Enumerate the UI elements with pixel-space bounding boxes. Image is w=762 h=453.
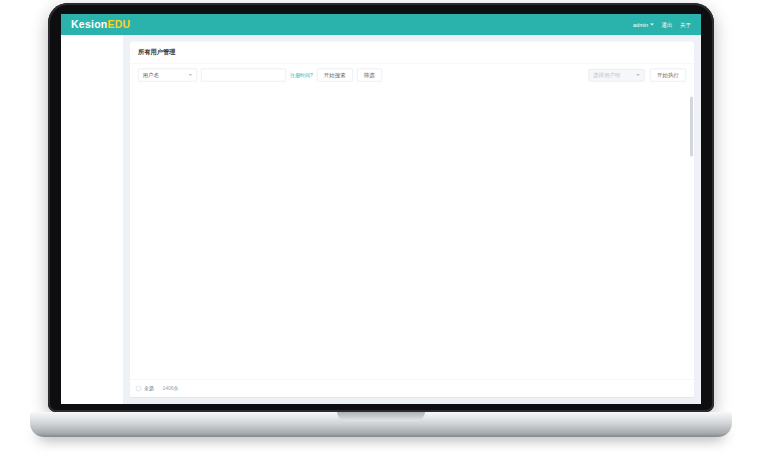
filter-toolbar: 用户名 注册时间? 开始搜索 筛选 选择用户组 开始执行 <box>130 64 694 87</box>
laptop-notch <box>337 412 425 421</box>
filter-button[interactable]: 筛选 <box>357 69 382 82</box>
laptop-bezel: KesionEDU admin 退出 关于 <box>48 3 714 412</box>
select-all-checkbox[interactable] <box>136 386 141 391</box>
footer-toolbar: 全选 1406条 <box>130 380 694 398</box>
laptop-base <box>30 412 732 437</box>
user-group-select[interactable]: 选择用户组 <box>589 69 645 82</box>
chevron-down-icon <box>636 74 640 78</box>
user-management-panel: 所有用户管理 用户名 注册时间? 开始搜索 筛选 <box>130 42 694 398</box>
about-link[interactable]: 关于 <box>680 21 691 29</box>
main-area: 所有用户管理 用户名 注册时间? 开始搜索 筛选 <box>123 35 701 404</box>
top-navbar: KesionEDU admin 退出 关于 <box>61 14 701 35</box>
page-title: 所有用户管理 <box>138 48 176 57</box>
logo-brand: Kesion <box>71 19 108 31</box>
logo-suffix: EDU <box>108 19 131 31</box>
search-input[interactable] <box>201 69 286 82</box>
logout-link[interactable]: 退出 <box>662 21 673 29</box>
header-right: admin 退出 关于 <box>626 21 691 29</box>
search-field-select[interactable]: 用户名 <box>138 69 197 82</box>
app-logo: KesionEDU <box>71 19 130 31</box>
batch-action-tools: 选择用户组 开始执行 <box>583 69 686 82</box>
execute-button[interactable]: 开始执行 <box>650 69 686 82</box>
chevron-down-icon <box>189 74 193 78</box>
laptop-screen: KesionEDU admin 退出 关于 <box>61 14 701 404</box>
panel-title-row: 所有用户管理 <box>130 42 694 64</box>
select-all-label: 全选 <box>144 385 154 392</box>
chevron-down-icon <box>650 24 654 28</box>
register-time-link[interactable]: 注册时间? <box>290 72 313 79</box>
total-count: 1406条 <box>163 385 179 392</box>
admin-menu[interactable]: admin <box>633 22 654 28</box>
laptop-mockup: KesionEDU admin 退出 关于 <box>0 0 762 453</box>
admin-label: admin <box>633 22 648 28</box>
search-button[interactable]: 开始搜索 <box>317 69 353 82</box>
sidebar <box>61 35 123 404</box>
user-table-wrap <box>130 86 694 380</box>
scrollbar-thumb[interactable] <box>690 97 693 157</box>
